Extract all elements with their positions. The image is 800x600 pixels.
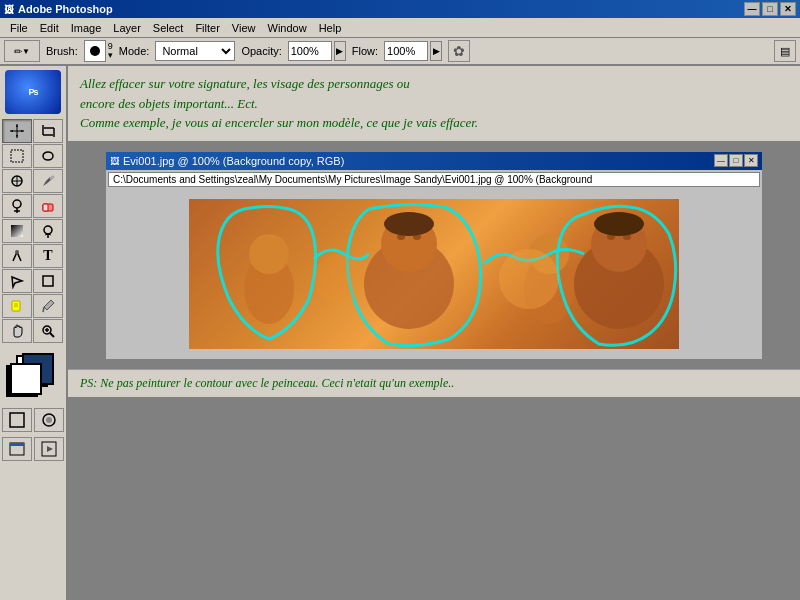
opacity-label: Opacity: <box>241 45 281 57</box>
image-overlay <box>189 199 679 349</box>
doc-controls: — □ ✕ <box>714 154 758 167</box>
maximize-button[interactable]: □ <box>762 2 778 16</box>
eraser-tool[interactable] <box>33 194 63 218</box>
svg-point-52 <box>384 212 434 236</box>
app-title: Adobe Photoshop <box>18 3 744 15</box>
opacity-input[interactable] <box>288 41 332 61</box>
opacity-arrow[interactable]: ▶ <box>334 41 346 61</box>
toolbar: Ps <box>0 66 68 600</box>
app-icon: 🖼 <box>4 4 14 15</box>
hand-tool[interactable] <box>2 319 32 343</box>
shape-tool[interactable] <box>33 269 63 293</box>
svg-point-32 <box>46 417 52 423</box>
move-tool[interactable] <box>2 119 32 143</box>
flow-group: ▶ <box>384 41 442 61</box>
title-bar: 🖼 Adobe Photoshop — □ ✕ <box>0 0 800 18</box>
options-bar: ✏ ▼ Brush: 9▾ Mode: Normal Dissolve Mult… <box>0 38 800 66</box>
doc-path: C:\Documents and Settings\zeal\My Docume… <box>108 172 760 187</box>
menu-filter[interactable]: Filter <box>189 20 225 36</box>
svg-rect-21 <box>43 276 53 286</box>
menu-file[interactable]: File <box>4 20 34 36</box>
path-selection-tool[interactable] <box>2 269 32 293</box>
healing-brush[interactable] <box>2 169 32 193</box>
gradient-tool[interactable] <box>2 219 32 243</box>
svg-marker-36 <box>47 446 53 452</box>
flow-input[interactable] <box>384 41 428 61</box>
doc-minimize[interactable]: — <box>714 154 728 167</box>
svg-rect-16 <box>43 204 48 211</box>
menu-help[interactable]: Help <box>313 20 348 36</box>
brush-label: Brush: <box>46 45 78 57</box>
brush-size-indicator[interactable]: 9▾ <box>108 42 113 60</box>
quick-mask-mode[interactable] <box>34 408 64 432</box>
marquee-tool[interactable] <box>2 144 32 168</box>
svg-point-54 <box>499 249 559 309</box>
crop-tool[interactable] <box>33 119 63 143</box>
background-color-box[interactable] <box>10 363 42 395</box>
flow-label: Flow: <box>352 45 378 57</box>
blur-tool[interactable] <box>33 219 63 243</box>
jump-to-ir[interactable] <box>34 437 64 461</box>
airbrush-button[interactable]: ✿ <box>448 40 470 62</box>
document-window: 🖼 Evi001.jpg @ 100% (Background copy, RG… <box>104 150 764 361</box>
svg-rect-6 <box>11 150 23 162</box>
notes-tool[interactable] <box>2 294 32 318</box>
menu-edit[interactable]: Edit <box>34 20 65 36</box>
svg-point-12 <box>13 200 21 208</box>
ps-logo: Ps <box>5 70 61 114</box>
tutorial-line2: encore des objets important... Ect. <box>80 94 788 114</box>
pen-tool[interactable] <box>2 244 32 268</box>
opacity-group: ▶ <box>288 41 346 61</box>
doc-close[interactable]: ✕ <box>744 154 758 167</box>
doc-content <box>106 189 762 359</box>
clone-stamp[interactable] <box>2 194 32 218</box>
svg-rect-17 <box>11 225 23 237</box>
main-area: Ps <box>0 66 800 600</box>
svg-rect-30 <box>10 413 24 427</box>
doc-title: Evi001.jpg @ 100% (Background copy, RGB) <box>123 155 714 167</box>
svg-point-18 <box>44 226 52 234</box>
document-titlebar: 🖼 Evi001.jpg @ 100% (Background copy, RG… <box>106 152 762 170</box>
zoom-tool[interactable] <box>33 319 63 343</box>
window-controls: — □ ✕ <box>744 2 796 16</box>
doc-icon: 🖼 <box>110 156 119 166</box>
svg-point-7 <box>43 152 53 160</box>
menu-view[interactable]: View <box>226 20 262 36</box>
mode-select[interactable]: Normal Dissolve Multiply Screen Overlay <box>155 41 235 61</box>
menu-bar: File Edit Image Layer Select Filter View… <box>0 18 800 38</box>
svg-point-53 <box>594 212 644 236</box>
text-tool[interactable]: T <box>33 244 63 268</box>
svg-line-25 <box>43 307 44 312</box>
tutorial-bottom-text: PS: Ne pas peinturer le contour avec le … <box>80 376 454 390</box>
svg-point-55 <box>314 254 364 304</box>
svg-line-27 <box>50 333 54 337</box>
image-canvas[interactable] <box>189 199 679 349</box>
svg-point-39 <box>249 234 289 274</box>
menu-image[interactable]: Image <box>65 20 108 36</box>
svg-rect-34 <box>10 443 24 446</box>
flow-arrow[interactable]: ▶ <box>430 41 442 61</box>
brush-tool[interactable] <box>33 169 63 193</box>
mode-label: Mode: <box>119 45 150 57</box>
lasso-tool[interactable] <box>33 144 63 168</box>
brush-preview[interactable] <box>84 40 106 62</box>
standard-mode[interactable] <box>2 408 32 432</box>
menu-window[interactable]: Window <box>262 20 313 36</box>
menu-layer[interactable]: Layer <box>107 20 147 36</box>
tutorial-line3: Comme exemple, je vous ai encercler sur … <box>80 113 788 133</box>
minimize-button[interactable]: — <box>744 2 760 16</box>
tutorial-bottom: PS: Ne pas peinturer le contour avec le … <box>68 369 800 397</box>
eyedropper-tool[interactable] <box>33 294 63 318</box>
tutorial-top: Allez effacer sur votre signature, les v… <box>68 66 800 142</box>
standard-screen[interactable] <box>2 437 32 461</box>
palette-button[interactable]: ▤ <box>774 40 796 62</box>
tool-preset-picker[interactable]: ✏ ▼ <box>4 40 40 62</box>
menu-select[interactable]: Select <box>147 20 190 36</box>
doc-maximize[interactable]: □ <box>729 154 743 167</box>
tutorial-line1: Allez effacer sur votre signature, les v… <box>80 74 788 94</box>
svg-point-20 <box>15 250 19 254</box>
close-button[interactable]: ✕ <box>780 2 796 16</box>
canvas-area: Allez effacer sur votre signature, les v… <box>68 66 800 600</box>
